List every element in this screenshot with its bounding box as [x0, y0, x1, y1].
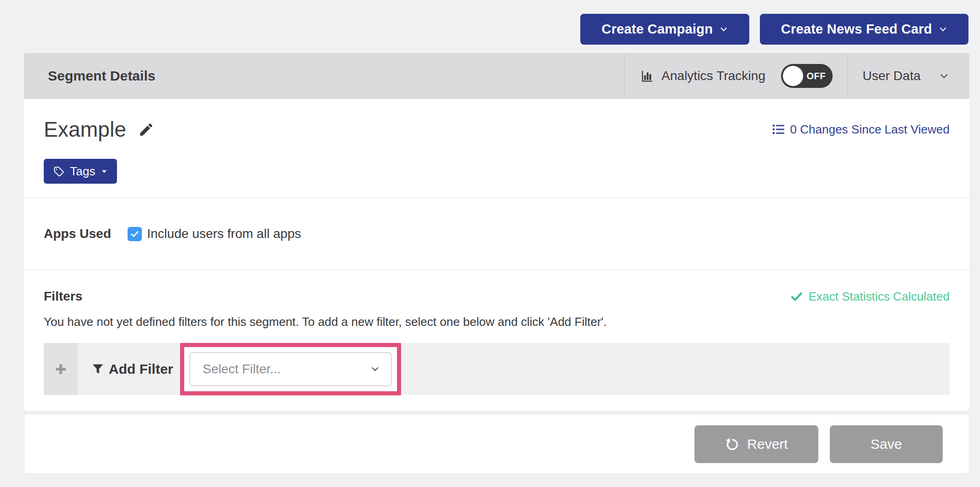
- check-icon: [130, 229, 140, 239]
- add-filter-row: Add Filter Select Filter...: [44, 343, 950, 395]
- analytics-tracking-toggle[interactable]: OFF: [781, 64, 833, 88]
- user-data-dropdown[interactable]: User Data: [847, 53, 969, 99]
- checkmark-icon: [790, 290, 803, 303]
- add-filter-label: Add Filter: [109, 361, 173, 377]
- filters-heading: Filters: [44, 289, 82, 304]
- add-filter-control: Add Filter: [92, 361, 173, 377]
- toggle-knob: [783, 66, 803, 86]
- chevron-down-icon: [939, 71, 949, 81]
- select-filter-placeholder: Select Filter...: [203, 362, 281, 377]
- filters-section: Filters Exact Statistics Calculated You …: [24, 270, 969, 411]
- exact-statistics-label: Exact Statistics Calculated: [809, 290, 950, 304]
- bar-chart-icon: [640, 69, 654, 83]
- create-campaign-button[interactable]: Create Campaign: [580, 14, 749, 45]
- create-campaign-label: Create Campaign: [601, 22, 713, 37]
- segment-name: Example: [44, 117, 126, 141]
- create-news-feed-card-label: Create News Feed Card: [781, 22, 932, 37]
- caret-down-icon: [101, 168, 108, 175]
- exact-statistics-status: Exact Statistics Calculated: [790, 290, 950, 304]
- save-button[interactable]: Save: [830, 425, 943, 463]
- apps-used-section: Apps Used Include users from all apps: [24, 197, 969, 270]
- plus-icon: [54, 362, 68, 376]
- panel-header: Segment Details Analytics Tracking OFF: [24, 53, 969, 99]
- tag-icon: [53, 166, 64, 177]
- save-label: Save: [870, 436, 902, 452]
- add-filter-row-body: Add Filter Select Filter...: [77, 343, 950, 395]
- add-filter-plus-button[interactable]: [44, 343, 77, 395]
- select-filter-highlight-annotation: Select Filter...: [180, 343, 401, 395]
- tags-button[interactable]: Tags: [44, 159, 117, 184]
- tags-label: Tags: [70, 164, 95, 179]
- user-data-label: User Data: [863, 69, 921, 83]
- apps-used-label: Apps Used: [44, 226, 111, 241]
- segment-details-panel: Segment Details Analytics Tracking OFF: [24, 53, 969, 411]
- changes-since-last-viewed-link[interactable]: 0 Changes Since Last Viewed: [772, 122, 950, 137]
- include-all-apps-label: Include users from all apps: [147, 226, 301, 241]
- segment-name-section: Example 0 Changes Since Last Viewed: [24, 99, 969, 197]
- chevron-down-icon: [939, 25, 947, 34]
- changes-link-label: 0 Changes Since Last Viewed: [790, 122, 950, 137]
- include-all-apps-checkbox[interactable]: [128, 227, 142, 241]
- edit-pencil-icon[interactable]: [138, 122, 154, 138]
- analytics-tracking-label: Analytics Tracking: [661, 69, 765, 83]
- create-news-feed-card-button[interactable]: Create News Feed Card: [760, 14, 968, 45]
- footer-actions-panel: Revert Save: [24, 414, 969, 474]
- chevron-down-icon: [719, 25, 728, 34]
- filters-empty-text: You have not yet defined filters for thi…: [44, 314, 950, 329]
- chevron-down-icon: [370, 364, 380, 374]
- segment-details-page: Create Campaign Create News Feed Card Se…: [0, 0, 980, 487]
- panel-title: Segment Details: [48, 68, 155, 84]
- revert-label: Revert: [747, 436, 788, 452]
- funnel-icon: [92, 363, 104, 375]
- toggle-state-label: OFF: [806, 64, 826, 88]
- undo-icon: [725, 437, 739, 451]
- select-filter-dropdown[interactable]: Select Filter...: [189, 352, 392, 386]
- analytics-tracking-control: Analytics Tracking OFF: [624, 53, 847, 99]
- revert-button[interactable]: Revert: [694, 425, 818, 463]
- top-actions: Create Campaign Create News Feed Card: [580, 14, 968, 45]
- panel-header-right: Analytics Tracking OFF User Data: [624, 53, 969, 99]
- list-icon: [772, 123, 785, 136]
